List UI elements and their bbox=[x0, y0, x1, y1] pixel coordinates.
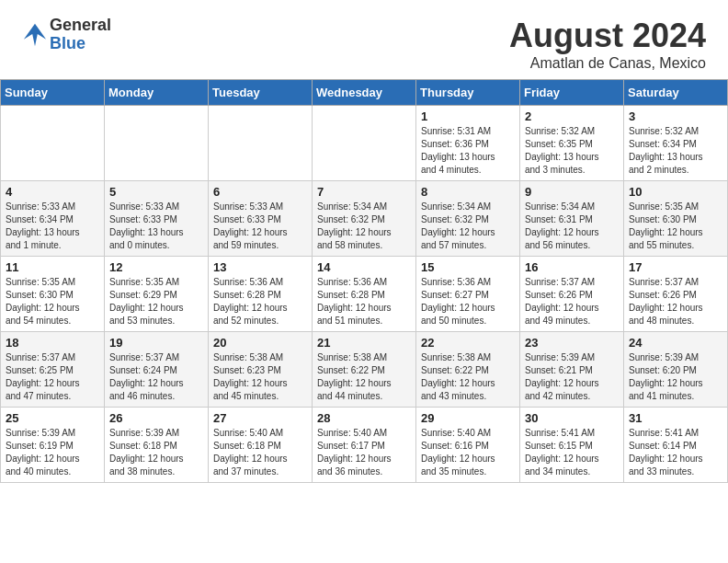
table-row: 17Sunrise: 5:37 AMSunset: 6:26 PMDayligh… bbox=[624, 257, 728, 332]
table-row: 19Sunrise: 5:37 AMSunset: 6:24 PMDayligh… bbox=[105, 332, 209, 408]
table-row: 13Sunrise: 5:36 AMSunset: 6:28 PMDayligh… bbox=[209, 257, 313, 332]
table-row: 9Sunrise: 5:34 AMSunset: 6:31 PMDaylight… bbox=[520, 181, 624, 257]
table-row: 30Sunrise: 5:41 AMSunset: 6:15 PMDayligh… bbox=[520, 408, 624, 483]
logo-blue-text: Blue bbox=[50, 35, 111, 53]
day-info: Sunrise: 5:32 AMSunset: 6:34 PMDaylight:… bbox=[629, 125, 722, 177]
day-number: 16 bbox=[525, 260, 619, 274]
calendar-week-row: 18Sunrise: 5:37 AMSunset: 6:25 PMDayligh… bbox=[1, 332, 728, 408]
table-row: 25Sunrise: 5:39 AMSunset: 6:19 PMDayligh… bbox=[1, 408, 105, 483]
day-info: Sunrise: 5:35 AMSunset: 6:30 PMDaylight:… bbox=[629, 201, 722, 252]
col-wednesday: Wednesday bbox=[313, 80, 416, 106]
day-info: Sunrise: 5:41 AMSunset: 6:14 PMDaylight:… bbox=[629, 427, 722, 478]
day-number: 10 bbox=[629, 185, 722, 199]
col-sunday: Sunday bbox=[1, 80, 105, 106]
calendar-header-row: Sunday Monday Tuesday Wednesday Thursday… bbox=[1, 80, 728, 106]
day-number: 27 bbox=[213, 411, 307, 425]
day-info: Sunrise: 5:34 AMSunset: 6:31 PMDaylight:… bbox=[525, 201, 619, 252]
day-number: 30 bbox=[525, 411, 619, 425]
table-row: 3Sunrise: 5:32 AMSunset: 6:34 PMDaylight… bbox=[624, 106, 728, 181]
col-thursday: Thursday bbox=[416, 80, 520, 106]
table-row: 6Sunrise: 5:33 AMSunset: 6:33 PMDaylight… bbox=[209, 181, 313, 257]
svg-marker-0 bbox=[24, 24, 46, 46]
day-number: 20 bbox=[213, 336, 307, 350]
table-row: 7Sunrise: 5:34 AMSunset: 6:32 PMDaylight… bbox=[313, 181, 416, 257]
day-number: 29 bbox=[421, 411, 515, 425]
day-info: Sunrise: 5:39 AMSunset: 6:21 PMDaylight:… bbox=[525, 351, 619, 403]
day-info: Sunrise: 5:37 AMSunset: 6:26 PMDaylight:… bbox=[525, 276, 619, 327]
table-row: 2Sunrise: 5:32 AMSunset: 6:35 PMDaylight… bbox=[520, 106, 624, 181]
day-info: Sunrise: 5:38 AMSunset: 6:22 PMDaylight:… bbox=[421, 351, 515, 403]
day-info: Sunrise: 5:31 AMSunset: 6:36 PMDaylight:… bbox=[421, 125, 515, 177]
header: General Blue August 2024 Amatlan de Cana… bbox=[0, 0, 728, 79]
title-block: August 2024 Amatlan de Canas, Mexico bbox=[509, 17, 706, 72]
day-number: 26 bbox=[109, 411, 203, 425]
day-info: Sunrise: 5:41 AMSunset: 6:15 PMDaylight:… bbox=[525, 427, 619, 478]
col-friday: Friday bbox=[520, 80, 624, 106]
day-info: Sunrise: 5:38 AMSunset: 6:22 PMDaylight:… bbox=[317, 351, 411, 403]
day-info: Sunrise: 5:39 AMSunset: 6:20 PMDaylight:… bbox=[629, 351, 722, 403]
location: Amatlan de Canas, Mexico bbox=[509, 55, 706, 72]
day-number: 15 bbox=[421, 260, 515, 274]
table-row bbox=[105, 106, 209, 181]
day-number: 24 bbox=[629, 336, 722, 350]
table-row: 22Sunrise: 5:38 AMSunset: 6:22 PMDayligh… bbox=[416, 332, 520, 408]
month-year: August 2024 bbox=[509, 17, 706, 55]
day-info: Sunrise: 5:40 AMSunset: 6:17 PMDaylight:… bbox=[317, 427, 411, 478]
day-info: Sunrise: 5:39 AMSunset: 6:19 PMDaylight:… bbox=[6, 427, 99, 478]
col-monday: Monday bbox=[105, 80, 209, 106]
day-info: Sunrise: 5:37 AMSunset: 6:24 PMDaylight:… bbox=[109, 351, 203, 403]
day-number: 1 bbox=[421, 109, 515, 123]
day-number: 7 bbox=[317, 185, 411, 199]
table-row: 28Sunrise: 5:40 AMSunset: 6:17 PMDayligh… bbox=[313, 408, 416, 483]
calendar-week-row: 25Sunrise: 5:39 AMSunset: 6:19 PMDayligh… bbox=[1, 408, 728, 483]
logo: General Blue bbox=[22, 17, 111, 53]
table-row: 18Sunrise: 5:37 AMSunset: 6:25 PMDayligh… bbox=[1, 332, 105, 408]
table-row: 10Sunrise: 5:35 AMSunset: 6:30 PMDayligh… bbox=[624, 181, 728, 257]
day-info: Sunrise: 5:35 AMSunset: 6:29 PMDaylight:… bbox=[109, 276, 203, 327]
day-info: Sunrise: 5:37 AMSunset: 6:25 PMDaylight:… bbox=[6, 351, 99, 403]
table-row: 29Sunrise: 5:40 AMSunset: 6:16 PMDayligh… bbox=[416, 408, 520, 483]
day-number: 9 bbox=[525, 185, 619, 199]
table-row: 21Sunrise: 5:38 AMSunset: 6:22 PMDayligh… bbox=[313, 332, 416, 408]
table-row: 14Sunrise: 5:36 AMSunset: 6:28 PMDayligh… bbox=[313, 257, 416, 332]
day-number: 2 bbox=[525, 109, 619, 123]
day-number: 31 bbox=[629, 411, 722, 425]
logo-general-text: General bbox=[50, 17, 111, 35]
day-number: 6 bbox=[213, 185, 307, 199]
day-info: Sunrise: 5:34 AMSunset: 6:32 PMDaylight:… bbox=[421, 201, 515, 252]
col-saturday: Saturday bbox=[624, 80, 728, 106]
day-info: Sunrise: 5:39 AMSunset: 6:18 PMDaylight:… bbox=[109, 427, 203, 478]
table-row bbox=[1, 106, 105, 181]
day-number: 11 bbox=[6, 260, 99, 274]
table-row: 11Sunrise: 5:35 AMSunset: 6:30 PMDayligh… bbox=[1, 257, 105, 332]
table-row: 26Sunrise: 5:39 AMSunset: 6:18 PMDayligh… bbox=[105, 408, 209, 483]
table-row: 12Sunrise: 5:35 AMSunset: 6:29 PMDayligh… bbox=[105, 257, 209, 332]
table-row: 8Sunrise: 5:34 AMSunset: 6:32 PMDaylight… bbox=[416, 181, 520, 257]
table-row: 4Sunrise: 5:33 AMSunset: 6:34 PMDaylight… bbox=[1, 181, 105, 257]
day-number: 3 bbox=[629, 109, 722, 123]
day-number: 5 bbox=[109, 185, 203, 199]
table-row bbox=[209, 106, 313, 181]
day-info: Sunrise: 5:33 AMSunset: 6:33 PMDaylight:… bbox=[109, 201, 203, 252]
table-row bbox=[313, 106, 416, 181]
day-info: Sunrise: 5:35 AMSunset: 6:30 PMDaylight:… bbox=[6, 276, 99, 327]
calendar-week-row: 11Sunrise: 5:35 AMSunset: 6:30 PMDayligh… bbox=[1, 257, 728, 332]
day-number: 21 bbox=[317, 336, 411, 350]
table-row: 16Sunrise: 5:37 AMSunset: 6:26 PMDayligh… bbox=[520, 257, 624, 332]
day-number: 17 bbox=[629, 260, 722, 274]
table-row: 20Sunrise: 5:38 AMSunset: 6:23 PMDayligh… bbox=[209, 332, 313, 408]
day-info: Sunrise: 5:37 AMSunset: 6:26 PMDaylight:… bbox=[629, 276, 722, 327]
day-info: Sunrise: 5:33 AMSunset: 6:33 PMDaylight:… bbox=[213, 201, 307, 252]
table-row: 1Sunrise: 5:31 AMSunset: 6:36 PMDaylight… bbox=[416, 106, 520, 181]
table-row: 31Sunrise: 5:41 AMSunset: 6:14 PMDayligh… bbox=[624, 408, 728, 483]
day-number: 4 bbox=[6, 185, 99, 199]
day-info: Sunrise: 5:36 AMSunset: 6:27 PMDaylight:… bbox=[421, 276, 515, 327]
day-info: Sunrise: 5:38 AMSunset: 6:23 PMDaylight:… bbox=[213, 351, 307, 403]
day-number: 8 bbox=[421, 185, 515, 199]
day-number: 23 bbox=[525, 336, 619, 350]
day-number: 19 bbox=[109, 336, 203, 350]
calendar-week-row: 4Sunrise: 5:33 AMSunset: 6:34 PMDaylight… bbox=[1, 181, 728, 257]
table-row: 5Sunrise: 5:33 AMSunset: 6:33 PMDaylight… bbox=[105, 181, 209, 257]
day-number: 14 bbox=[317, 260, 411, 274]
table-row: 23Sunrise: 5:39 AMSunset: 6:21 PMDayligh… bbox=[520, 332, 624, 408]
